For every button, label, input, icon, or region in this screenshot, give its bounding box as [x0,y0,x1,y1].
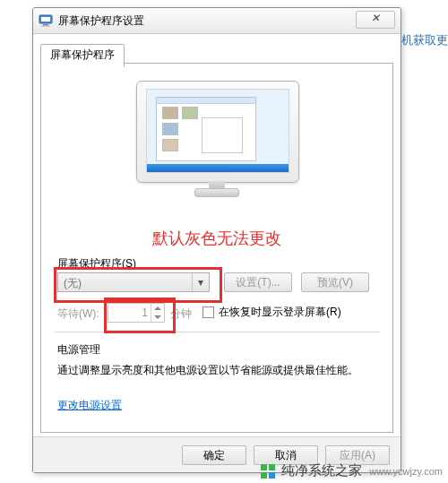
tab-panel: 默认灰色无法更改 屏幕保护程序(S) (无) ▾ 设置(T)... 预览(V) … [40,63,393,433]
dialog-client-area: 屏幕保护程序 [40,42,393,433]
ok-button[interactable]: 确定 [182,445,246,465]
watermark: 纯净系统之家 www.ycwjzy.com [260,462,443,479]
svg-rect-1 [41,17,50,22]
screensaver-section-label: 屏幕保护程序(S) [57,256,136,272]
tab-screensaver[interactable]: 屏幕保护程序 [40,44,125,67]
tab-strip: 屏幕保护程序 [40,42,393,64]
close-button[interactable]: ✕ [356,11,395,29]
watermark-url: www.ycwjzy.com [369,466,443,477]
screensaver-settings-dialog: 屏幕保护程序设置 ✕ 屏幕保护程序 [32,7,401,473]
titlebar[interactable]: 屏幕保护程序设置 ✕ [33,8,401,34]
resume-logon-label: 在恢复时显示登录屏幕(R) [219,305,341,320]
screensaver-icon [39,13,53,28]
annotation-text: 默认灰色无法更改 [41,228,392,249]
background-partial-text: 机获取更 [401,32,448,48]
change-power-settings-link[interactable]: 更改电源设置 [57,398,122,413]
settings-button[interactable]: 设置(T)... [224,272,292,292]
wait-label: 等待(W): [57,306,99,322]
chevron-down-icon: ▾ [192,273,209,291]
power-management-heading: 电源管理 [57,342,100,358]
resume-logon-checkbox[interactable]: 在恢复时显示登录屏幕(R) [202,305,341,320]
power-management-description: 通过调整显示亮度和其他电源设置以节省能源或提供最佳性能。 [57,362,376,378]
screensaver-combobox-value: (无) [64,276,82,291]
preview-button[interactable]: 预览(V) [301,272,369,292]
spinner-buttons-icon[interactable] [151,304,164,322]
wait-unit-label: 分钟 [170,306,192,322]
watermark-logo-icon [260,463,276,479]
dialog-title: 屏幕保护程序设置 [58,13,144,29]
svg-rect-3 [41,26,50,27]
screensaver-combobox[interactable]: (无) ▾ [57,272,210,292]
checkbox-icon [202,306,214,318]
separator [54,332,380,332]
wait-minutes-value: 1 [142,306,148,319]
watermark-name: 纯净系统之家 [281,462,362,479]
wait-minutes-spinner[interactable]: 1 [108,303,165,323]
svg-rect-2 [43,24,48,26]
preview-monitor [41,81,392,200]
